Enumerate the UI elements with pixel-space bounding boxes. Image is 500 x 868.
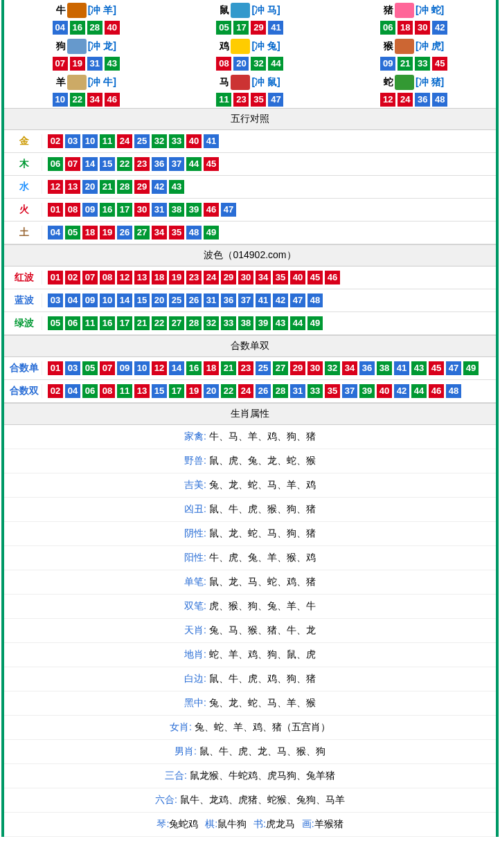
number-ball: 44 <box>411 384 427 398</box>
attr-label: 野兽: <box>184 455 206 466</box>
attr-row: 家禽: 牛、马、羊、鸡、狗、猪 <box>4 425 496 449</box>
attr-value: 鼠、牛、虎、猴、狗、猪 <box>209 503 316 514</box>
number-ball: 23 <box>233 93 249 107</box>
attr-value: 兔、龙、蛇、马、羊、鸡 <box>209 479 316 490</box>
attr-value: 鼠、虎、兔、龙、蛇、猴 <box>209 455 316 466</box>
number-ball: 32 <box>325 361 340 375</box>
number-ball: 43 <box>105 57 120 71</box>
number-ball: 37 <box>169 157 184 171</box>
number-ball: 09 <box>117 361 132 375</box>
zodiac-cell: 狗 [冲 龙] 07193143 <box>4 36 168 72</box>
number-ball: 04 <box>65 293 80 307</box>
number-ball: 34 <box>87 93 102 107</box>
attr-row: 野兽: 鼠、虎、兔、龙、蛇、猴 <box>4 449 496 473</box>
number-ball: 16 <box>100 203 115 217</box>
number-ball: 33 <box>307 384 323 398</box>
number-ball: 05 <box>82 361 98 375</box>
attr-row: 三合: 鼠龙猴、牛蛇鸡、虎马狗、兔羊猪 <box>4 764 496 788</box>
number-ball: 17 <box>233 21 249 35</box>
number-ball: 11 <box>117 384 132 398</box>
number-ball: 40 <box>105 21 120 35</box>
number-ball: 23 <box>186 271 202 284</box>
number-ball: 41 <box>394 361 409 375</box>
number-ball: 09 <box>82 293 98 307</box>
number-ball: 42 <box>273 293 288 307</box>
number-ball: 30 <box>134 203 150 217</box>
attr-label: 黑中: <box>184 697 206 708</box>
attr-row: 男肖: 鼠、牛、虎、龙、马、猴、狗 <box>4 740 496 764</box>
row-label: 绿波 <box>7 317 42 329</box>
attr-row: 黑中: 兔、龙、蛇、马、羊、猴 <box>4 691 496 716</box>
row-label: 红波 <box>7 271 42 284</box>
zodiac-icon <box>231 75 250 90</box>
zodiac-clash: [冲 牛] <box>88 76 116 89</box>
number-ball: 11 <box>100 134 115 148</box>
number-ball: 36 <box>359 361 375 375</box>
zodiac-name: 狗 <box>56 40 66 53</box>
attr-label: 吉美: <box>184 479 206 490</box>
zodiac-cell: 蛇 [冲 猪] 12243648 <box>332 72 496 108</box>
number-ball: 24 <box>398 93 413 107</box>
number-ball: 40 <box>290 271 305 284</box>
number-ball: 17 <box>117 203 132 217</box>
heshu-head: 合数单双 <box>4 335 496 357</box>
zodiac-icon <box>67 75 87 90</box>
number-ball: 27 <box>273 361 288 375</box>
attr-value: 鼠龙猴、牛蛇鸡、虎马狗、兔羊猪 <box>190 770 335 781</box>
zodiac-name: 猴 <box>384 40 393 53</box>
number-ball: 24 <box>117 134 132 148</box>
number-ball: 09 <box>82 203 98 217</box>
number-ball: 37 <box>342 384 357 398</box>
number-ball: 14 <box>169 361 184 375</box>
attr-label: 白边: <box>184 673 206 684</box>
number-ball: 41 <box>268 21 283 35</box>
attr-value: 鼠、龙、马、蛇、鸡、猪 <box>209 576 316 587</box>
number-row: 水 1213202128294243 <box>4 176 496 199</box>
zodiac-icon <box>395 39 414 54</box>
number-ball: 38 <box>238 316 253 330</box>
attr-row: 凶丑: 鼠、牛、虎、猴、狗、猪 <box>4 498 496 522</box>
bose-rows: 红波 0102070812131819232429303435404546 蓝波… <box>4 266 496 335</box>
number-ball: 08 <box>65 203 80 217</box>
zodiac-clash: [冲 鼠] <box>251 76 280 89</box>
number-ball: 42 <box>152 180 167 194</box>
number-ball: 48 <box>186 226 202 239</box>
attr-row: 六合: 鼠牛、龙鸡、虎猪、蛇猴、兔狗、马羊 <box>4 788 496 813</box>
row-label: 蓝波 <box>7 294 42 307</box>
attr-value: 蛇、羊、鸡、狗、鼠、虎 <box>209 649 316 660</box>
number-ball: 24 <box>204 271 219 284</box>
wuxing-head: 五行对照 <box>4 108 496 130</box>
number-ball: 05 <box>48 316 63 330</box>
number-ball: 22 <box>70 93 85 107</box>
zodiac-clash: [冲 马] <box>251 4 280 17</box>
number-ball: 49 <box>463 361 479 375</box>
attr-label: 阴性: <box>184 527 206 539</box>
attr-value: 鼠、龙、蛇、马、狗、猪 <box>209 527 316 539</box>
number-ball: 14 <box>82 157 98 171</box>
number-ball: 05 <box>216 21 231 35</box>
number-ball: 42 <box>432 21 447 35</box>
zodiac-name: 鼠 <box>220 4 229 17</box>
attr-value: 牛、虎、兔、羊、猴、鸡 <box>209 552 316 563</box>
number-row: 土 04051819262734354849 <box>4 221 496 244</box>
number-ball: 35 <box>251 93 266 107</box>
number-ball: 26 <box>186 293 202 307</box>
row-label: 土 <box>7 226 42 239</box>
zodiac-icon <box>395 75 414 90</box>
number-ball: 07 <box>100 361 115 375</box>
number-ball: 06 <box>65 316 80 330</box>
number-ball: 05 <box>65 226 80 239</box>
instrument-label: 棋: <box>205 818 217 829</box>
number-ball: 06 <box>82 384 98 398</box>
attr-row: 女肖: 兔、蛇、羊、鸡、猪（五宫肖） <box>4 716 496 740</box>
number-ball: 12 <box>152 361 167 375</box>
number-ball: 40 <box>377 384 392 398</box>
number-ball: 13 <box>134 384 150 398</box>
attr-row: 阴性: 鼠、龙、蛇、马、狗、猪 <box>4 522 496 546</box>
number-ball: 19 <box>100 226 115 239</box>
number-ball: 39 <box>186 203 202 217</box>
number-ball: 15 <box>100 157 115 171</box>
attr-row: 吉美: 兔、龙、蛇、马、羊、鸡 <box>4 473 496 498</box>
number-ball: 03 <box>48 293 63 307</box>
number-ball: 15 <box>152 384 167 398</box>
